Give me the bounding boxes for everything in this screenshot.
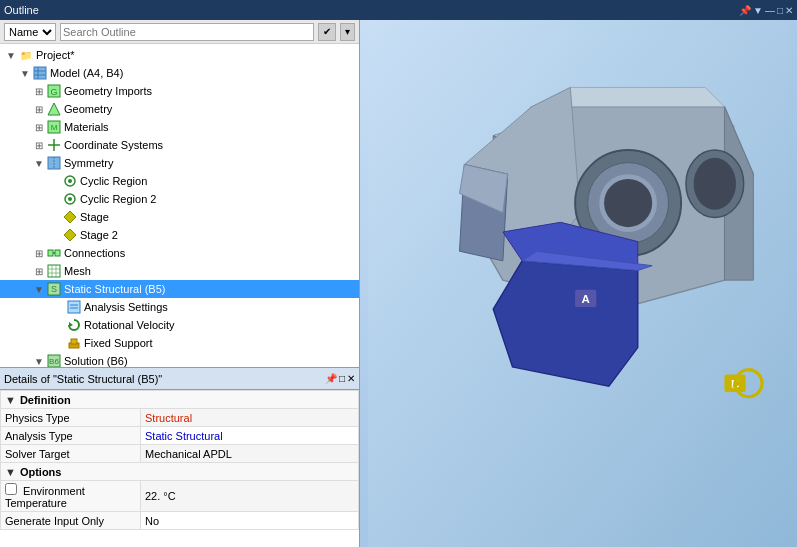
geom-imports-icon: G <box>46 83 62 99</box>
svg-rect-34 <box>71 339 77 344</box>
svg-text:S: S <box>51 284 57 294</box>
name-select[interactable]: Name <box>4 23 56 41</box>
env-temp-value: 22. °C <box>141 481 359 512</box>
coord-label: Coordinate Systems <box>64 139 163 151</box>
svg-marker-6 <box>48 103 60 115</box>
expand-materials[interactable]: ⊞ <box>32 122 46 133</box>
tree-item-connections[interactable]: ⊞ Connections <box>0 244 359 262</box>
project-icon: 📁 <box>18 47 34 63</box>
env-temp-label: Environment Temperature <box>1 481 141 512</box>
tree-item-symmetry[interactable]: ▼ Symmetry <box>0 154 359 172</box>
search-bar: Name ✔ ▾ <box>0 20 359 44</box>
stage2-label: Stage 2 <box>80 229 118 241</box>
rotational-velocity-icon <box>66 317 82 333</box>
tree-item-fixed-support[interactable]: Fixed Support <box>0 334 359 352</box>
definition-toggle[interactable]: ▼ <box>5 394 16 406</box>
fixed-support-label: Fixed Support <box>84 337 152 349</box>
expand-geom-imports[interactable]: ⊞ <box>32 86 46 97</box>
materials-label: Materials <box>64 121 109 133</box>
connections-label: Connections <box>64 247 125 259</box>
outline-title: Outline <box>4 4 39 16</box>
maximize-icon[interactable]: □ <box>777 5 783 16</box>
title-bar-left: Outline <box>4 4 39 16</box>
tree-item-coord-systems[interactable]: ⊞ Coordinate Systems <box>0 136 359 154</box>
details-row-solver: Solver Target Mechanical APDL <box>1 445 359 463</box>
expand-coord[interactable]: ⊞ <box>32 140 46 151</box>
svg-point-54 <box>694 158 736 210</box>
svg-marker-18 <box>64 229 76 241</box>
search-dropdown-btn[interactable]: ▾ <box>340 23 355 41</box>
expand-symmetry[interactable]: ▼ <box>32 158 46 169</box>
search-input[interactable] <box>60 23 314 41</box>
pin-icon[interactable]: 📌 <box>739 5 751 16</box>
tree-item-stage2[interactable]: Stage 2 <box>0 226 359 244</box>
tree-item-geometry[interactable]: ⊞ Geometry <box>0 100 359 118</box>
geometry-imports-label: Geometry Imports <box>64 85 152 97</box>
tree-item-materials[interactable]: ⊞ M Materials <box>0 118 359 136</box>
generate-input-value: No <box>141 512 359 530</box>
generate-input-label: Generate Input Only <box>1 512 141 530</box>
expand-geometry[interactable]: ⊞ <box>32 104 46 115</box>
expand-cyclic <box>48 176 62 187</box>
expand-connections[interactable]: ⊞ <box>32 248 46 259</box>
definition-label: Definition <box>20 394 71 406</box>
svg-rect-20 <box>55 250 60 256</box>
model-area: A B <box>360 20 797 547</box>
details-header: Details of "Static Structural (B5)" 📌 □ … <box>0 368 359 390</box>
options-toggle[interactable]: ▼ <box>5 466 16 478</box>
left-panel: Name ✔ ▾ ▼ 📁 Project* ▼ <box>0 20 360 547</box>
details-pin-icon[interactable]: 📌 <box>325 373 337 384</box>
tree-item-static-structural[interactable]: ▼ S Static Structural (B5) <box>0 280 359 298</box>
tree-item-model[interactable]: ▼ Model (A4, B4) <box>0 64 359 82</box>
search-confirm-btn[interactable]: ✔ <box>318 23 336 41</box>
svg-rect-19 <box>48 250 53 256</box>
svg-text:A: A <box>582 293 591 305</box>
expand-stage <box>48 212 62 223</box>
svg-point-14 <box>68 179 72 183</box>
analysis-type-value: Static Structural <box>141 427 359 445</box>
minimize-icon[interactable]: — <box>765 5 775 16</box>
fixed-support-icon <box>66 335 82 351</box>
tree-item-stage[interactable]: Stage <box>0 208 359 226</box>
expand-model[interactable]: ▼ <box>18 68 32 79</box>
analysis-type-label: Analysis Type <box>1 427 141 445</box>
tree-item-project[interactable]: ▼ 📁 Project* <box>0 46 359 64</box>
details-row-analysis: Analysis Type Static Structural <box>1 427 359 445</box>
expand-cyclic2 <box>48 194 62 205</box>
details-table: ▼Definition Physics Type Structural Anal… <box>0 390 359 547</box>
section-options: ▼Options <box>1 463 359 481</box>
right-panel: B: Static Structural Static Structural T… <box>360 20 797 547</box>
tree-item-cyclic-region[interactable]: Cyclic Region <box>0 172 359 190</box>
static-structural-label: Static Structural (B5) <box>64 283 165 295</box>
tree-item-rotational-velocity[interactable]: Rotational Velocity <box>0 316 359 334</box>
expand-solution[interactable]: ▼ <box>32 356 46 367</box>
details-title: Details of "Static Structural (B5)" <box>4 373 162 385</box>
geometry-label: Geometry <box>64 103 112 115</box>
stage-label: Stage <box>80 211 109 223</box>
svg-text:G: G <box>50 87 57 97</box>
svg-marker-32 <box>69 322 73 327</box>
details-panel: Details of "Static Structural (B5)" 📌 □ … <box>0 367 359 547</box>
expand-project[interactable]: ▼ <box>4 50 18 61</box>
close-icon[interactable]: ✕ <box>785 5 793 16</box>
model-label: Model (A4, B4) <box>50 67 123 79</box>
physics-type-value: Structural <box>141 409 359 427</box>
title-bar-icons: 📌 ▼ — □ ✕ <box>739 5 793 16</box>
expand-mesh[interactable]: ⊞ <box>32 266 46 277</box>
details-close-icon[interactable]: ✕ <box>347 373 355 384</box>
tree-container[interactable]: ▼ 📁 Project* ▼ Model (A4, B4) ⊞ G <box>0 44 359 367</box>
svg-marker-57 <box>493 261 638 386</box>
expand-static[interactable]: ▼ <box>32 284 46 295</box>
env-temp-checkbox[interactable] <box>5 483 17 495</box>
tree-item-solution-b6[interactable]: ▼ B6 Solution (B6) <box>0 352 359 367</box>
solver-target-label: Solver Target <box>1 445 141 463</box>
dropdown-icon[interactable]: ▼ <box>753 5 763 16</box>
symmetry-label: Symmetry <box>64 157 114 169</box>
options-label: Options <box>20 466 62 478</box>
connections-icon <box>46 245 62 261</box>
tree-item-geometry-imports[interactable]: ⊞ G Geometry Imports <box>0 82 359 100</box>
tree-item-analysis-settings[interactable]: Analysis Settings <box>0 298 359 316</box>
tree-item-cyclic-region2[interactable]: Cyclic Region 2 <box>0 190 359 208</box>
tree-item-mesh[interactable]: ⊞ Mesh <box>0 262 359 280</box>
details-minimize-icon[interactable]: □ <box>339 373 345 384</box>
